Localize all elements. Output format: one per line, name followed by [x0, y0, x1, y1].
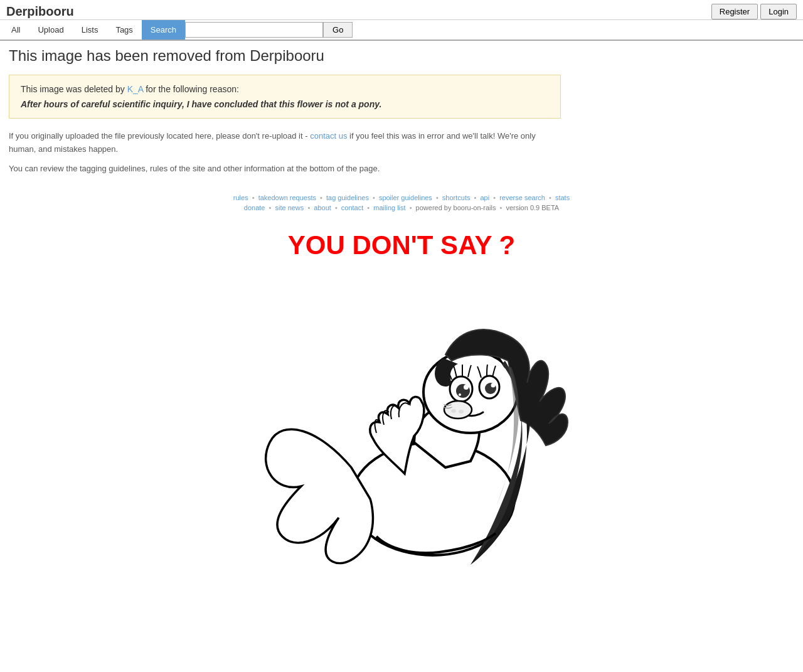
pony-container	[9, 267, 794, 568]
sep8: •	[269, 204, 272, 211]
footer-link-donate[interactable]: donate	[244, 204, 265, 211]
tab-tags[interactable]: Tags	[107, 20, 141, 40]
footer-link-shortcuts[interactable]: shortcuts	[442, 194, 471, 201]
sep7: •	[549, 194, 551, 201]
svg-point-5	[459, 393, 461, 396]
footer: rules • takedown requests • tag guidelin…	[9, 181, 794, 218]
go-button[interactable]: Go	[323, 22, 353, 38]
svg-point-8	[491, 383, 496, 388]
login-button[interactable]: Login	[760, 4, 797, 19]
deleted-by-suffix: for the following reason:	[143, 84, 239, 94]
pony-illustration	[220, 267, 583, 568]
svg-point-11	[459, 410, 464, 413]
sep2: •	[320, 194, 322, 201]
footer-link-stats[interactable]: stats	[555, 194, 570, 201]
sep5: •	[474, 194, 477, 201]
notice-box: This image was deleted by K_A for the fo…	[9, 75, 561, 119]
footer-link-reverse-search[interactable]: reverse search	[499, 194, 545, 201]
header-actions: Register Login	[711, 4, 797, 19]
contact-us-link[interactable]: contact us	[310, 131, 347, 141]
footer-link-tag-guidelines[interactable]: tag guidelines	[326, 194, 369, 201]
deleted-by-prefix: This image was deleted by	[21, 84, 127, 94]
header: Derpibooru Register Login	[0, 0, 803, 20]
sep6: •	[493, 194, 496, 201]
powered-by-text: powered by booru-on-rails	[416, 204, 496, 211]
meme-text: YOU DON'T SAY ?	[9, 230, 794, 260]
svg-point-9	[444, 401, 472, 419]
sep1: •	[252, 194, 255, 201]
site-title: Derpibooru	[6, 4, 74, 19]
register-button[interactable]: Register	[711, 4, 758, 19]
tab-search[interactable]: Search	[142, 20, 185, 40]
tab-lists[interactable]: Lists	[73, 20, 107, 40]
nav-bar: All Upload Lists Tags Search Go	[0, 20, 803, 41]
footer-link-spoiler-guidelines[interactable]: spoiler guidelines	[379, 194, 432, 201]
sep4: •	[436, 194, 439, 201]
page-title: This image has been removed from Derpibo…	[9, 47, 794, 65]
sep11: •	[367, 204, 370, 211]
deleted-by-text: This image was deleted by K_A for the fo…	[21, 84, 549, 94]
footer-link-contact[interactable]: contact	[341, 204, 363, 211]
footer-links-row2: donate • site news • about • contact • m…	[15, 204, 788, 211]
footer-link-api[interactable]: api	[480, 194, 489, 201]
sep3: •	[373, 194, 375, 201]
svg-point-4	[464, 385, 469, 390]
tab-all[interactable]: All	[3, 20, 29, 40]
footer-link-mailing-list[interactable]: mailing list	[373, 204, 405, 211]
footer-links-row1: rules • takedown requests • tag guidelin…	[15, 194, 788, 201]
sep10: •	[335, 204, 338, 211]
footer-link-rules[interactable]: rules	[233, 194, 248, 201]
sep13: •	[499, 204, 502, 211]
footer-link-about[interactable]: about	[314, 204, 331, 211]
main-content: This image has been removed from Derpibo…	[0, 41, 803, 574]
tab-upload[interactable]: Upload	[29, 20, 72, 40]
info-para-2: You can review the tagging guidelines, r…	[9, 163, 542, 176]
info-para-1: If you originally uploaded the file prev…	[9, 130, 542, 156]
deleted-by-user-link[interactable]: K_A	[127, 84, 144, 94]
footer-link-site-news[interactable]: site news	[275, 204, 304, 211]
footer-link-takedown[interactable]: takedown requests	[258, 194, 316, 201]
sep12: •	[410, 204, 412, 211]
search-input[interactable]	[185, 22, 323, 38]
sep9: •	[307, 204, 310, 211]
deletion-reason: After hours of careful scientific inquir…	[21, 99, 549, 109]
svg-point-10	[451, 409, 456, 413]
version-text: version 0.9 BETA	[506, 204, 559, 211]
meme-section: YOU DON'T SAY ?	[9, 218, 794, 568]
